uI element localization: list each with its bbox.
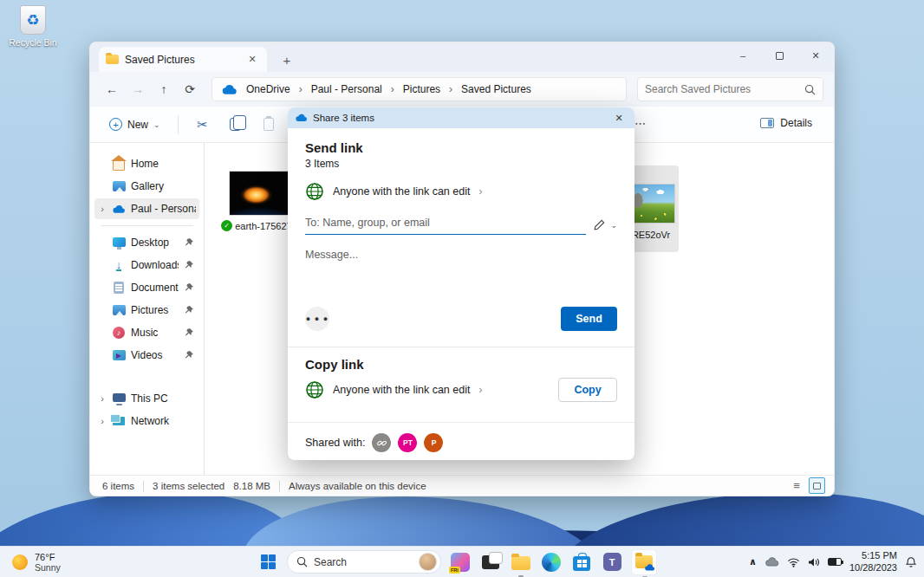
task-view-button[interactable] [479, 551, 502, 574]
breadcrumb-onedrive[interactable]: OneDrive [243, 81, 294, 97]
expand-chevron-icon[interactable]: › [98, 393, 107, 404]
see-more-button[interactable]: ⋯ [634, 117, 647, 130]
sidebar-item-pictures[interactable]: Pictures [94, 300, 199, 321]
more-options-button[interactable]: ● ● ● [305, 307, 329, 331]
tab-close-icon[interactable]: ✕ [244, 52, 260, 68]
details-pane-icon [760, 118, 774, 128]
folder-icon [106, 55, 119, 64]
list-view-button[interactable]: ≡ [789, 479, 804, 492]
new-tab-button[interactable]: + [279, 52, 295, 68]
sidebar-item-videos[interactable]: ▶ Videos [94, 345, 199, 366]
shared-avatar-pt[interactable]: PT [398, 433, 417, 452]
breadcrumb-paul-personal[interactable]: Paul - Personal [308, 81, 386, 97]
copy-button[interactable] [222, 112, 250, 138]
expand-chevron-icon[interactable]: › [98, 416, 107, 426]
edge-button[interactable] [540, 551, 563, 574]
copy-link-permission[interactable]: Anyone with the link can edit [333, 384, 470, 396]
onedrive-explorer-active-button[interactable] [631, 549, 657, 575]
selection-size: 8.18 MB [233, 481, 270, 491]
widgets-day-badge: FRI [449, 567, 460, 574]
start-button[interactable] [257, 551, 279, 574]
breadcrumb-pictures[interactable]: Pictures [400, 81, 444, 97]
send-link-subtitle: 3 Items [305, 158, 617, 170]
onedrive-tray-icon[interactable] [765, 557, 779, 567]
forward-button[interactable]: → [127, 78, 149, 100]
file-item-earth[interactable]: ✓ earth-1756274 [222, 171, 296, 231]
desktop-icon [113, 237, 126, 247]
notifications-bell-icon[interactable] [905, 556, 917, 568]
sidebar-item-this-pc[interactable]: › This PC [94, 388, 199, 409]
up-button[interactable]: ↑ [153, 78, 175, 100]
expand-chevron-icon[interactable]: › [98, 204, 107, 214]
videos-icon: ▶ [113, 350, 126, 360]
onedrive-cloud-icon [644, 564, 655, 571]
navigation-pane: Home Gallery › Paul - Personal Desktop [90, 143, 205, 475]
sync-check-icon: ✓ [221, 220, 232, 231]
item-count: 6 items [102, 481, 134, 491]
weather-condition: Sunny [35, 562, 61, 573]
window-controls: – ✕ [725, 42, 834, 68]
plus-icon: + [109, 118, 122, 131]
battery-icon[interactable] [828, 558, 842, 566]
tab-title: Saved Pictures [125, 54, 238, 66]
breadcrumb-saved-pictures[interactable]: Saved Pictures [458, 81, 535, 97]
wallpaper-accent [241, 488, 609, 546]
search-box[interactable] [637, 77, 823, 101]
sidebar-item-onedrive[interactable]: › Paul - Personal [94, 198, 199, 219]
link-icon [376, 438, 387, 449]
toolbar-divider [178, 115, 179, 134]
sidebar-item-desktop[interactable]: Desktop [94, 232, 199, 253]
send-button[interactable]: Send [561, 307, 617, 331]
task-view-icon [482, 555, 499, 569]
tab-saved-pictures[interactable]: Saved Pictures ✕ [99, 47, 267, 72]
minimize-button[interactable]: – [725, 42, 761, 68]
weather-widget[interactable]: 76°F Sunny [12, 552, 61, 573]
sidebar-divider [101, 225, 193, 226]
search-icon [804, 84, 816, 95]
teams-button[interactable]: T [601, 551, 623, 574]
clock-time: 5:15 PM [849, 550, 897, 562]
taskbar-search[interactable]: Search [287, 550, 441, 574]
file-explorer-button[interactable] [510, 551, 532, 574]
chevron-right-icon: › [299, 83, 303, 95]
link-permission-selector[interactable]: Anyone with the link can edit › [305, 182, 617, 201]
sidebar-item-home[interactable]: Home [94, 153, 199, 174]
address-bar: ← → ↑ ⟳ OneDrive › Paul - Personal › Pic… [90, 72, 834, 107]
back-button[interactable]: ← [101, 78, 123, 100]
maximize-button[interactable] [761, 42, 797, 68]
shared-avatar-p[interactable]: P [424, 433, 443, 452]
music-icon: ♪ [113, 327, 125, 339]
widgets-button[interactable]: FRI [449, 551, 472, 574]
share-dialog-titlebar: Share 3 items ✕ [288, 107, 634, 128]
details-button[interactable]: Details [754, 113, 818, 133]
sidebar-item-downloads[interactable]: ↓ Downloads [94, 255, 199, 276]
sidebar-item-documents[interactable]: Documents [94, 277, 199, 298]
message-input[interactable] [305, 249, 617, 261]
tray-expand-icon[interactable]: ∧ [749, 556, 757, 567]
store-button[interactable] [570, 551, 593, 574]
chevron-right-icon: › [449, 83, 452, 95]
chevron-right-icon: › [478, 384, 482, 396]
breadcrumb[interactable]: OneDrive › Paul - Personal › Pictures › … [211, 77, 627, 101]
large-icons-view-button[interactable] [809, 477, 825, 494]
sidebar-item-music[interactable]: ♪ Music [94, 322, 199, 343]
edit-permission-dropdown[interactable]: ⌄ [593, 218, 617, 235]
close-button[interactable]: ✕ [797, 42, 834, 68]
volume-icon[interactable] [808, 557, 820, 567]
sidebar-item-network[interactable]: › Network [94, 411, 199, 431]
wifi-icon[interactable] [787, 557, 800, 567]
cut-button[interactable]: ✂ [189, 112, 217, 138]
copy-button[interactable]: Copy [558, 378, 617, 402]
recycle-bin-shortcut[interactable]: ♻ Recycle Bin [5, 5, 61, 48]
new-button[interactable]: + New ⌄ [102, 113, 167, 135]
sidebar-item-gallery[interactable]: Gallery [94, 176, 199, 197]
paste-button[interactable] [255, 112, 283, 138]
refresh-button[interactable]: ⟳ [179, 78, 201, 100]
send-link-heading: Send link [305, 140, 617, 155]
share-dialog-close-icon[interactable]: ✕ [610, 113, 628, 124]
search-input[interactable] [645, 83, 804, 95]
taskbar-clock[interactable]: 5:15 PM 10/28/2023 [849, 550, 897, 574]
recipient-input[interactable] [305, 213, 586, 235]
chevron-right-icon: › [391, 83, 394, 95]
shared-link-avatar[interactable] [372, 433, 391, 452]
